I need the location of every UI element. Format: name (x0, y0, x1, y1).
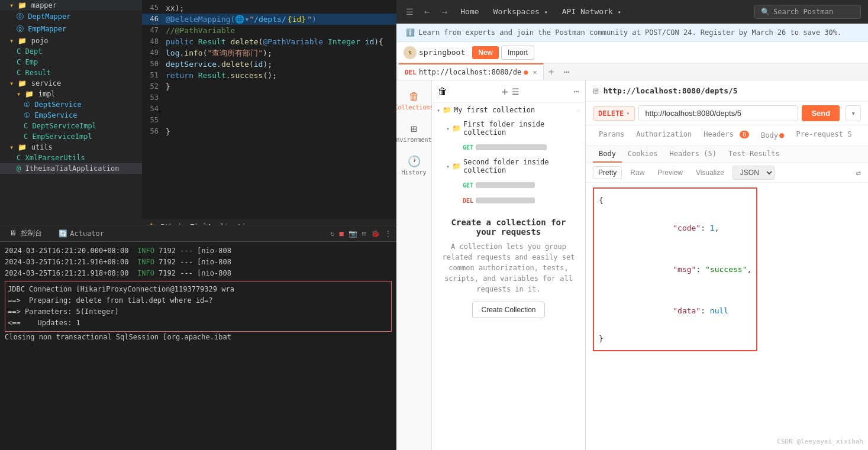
tab-headers[interactable]: Headers 8 (698, 125, 755, 145)
tree-item-utils[interactable]: ▾ 📁 utils (0, 142, 142, 153)
api-network-menu-item[interactable]: API Network ▾ (557, 5, 626, 18)
json-data-line: "data": null (599, 290, 751, 332)
tab-add-button[interactable]: + (544, 64, 559, 80)
tree-item-empservice[interactable]: ① EmpService (0, 110, 142, 121)
request-item-1[interactable]: GET (458, 140, 585, 155)
request-response-area: ⊞ http://localhost:8080/depts/5 DELETE ▾… (586, 80, 868, 450)
send-dropdown-button[interactable]: ▾ (846, 105, 861, 121)
tab-dot: ● (524, 68, 528, 76)
tree-item-deptserviceimpl[interactable]: C DeptServiceImpl (0, 121, 142, 131)
terminal-icon-camera[interactable]: 📷 (349, 229, 357, 238)
format-select[interactable]: JSON XML Text (733, 166, 775, 180)
sidebar-collections-btn[interactable]: 🗑 Collections (399, 85, 429, 115)
folder-chevron-icon-2: ▾ (446, 163, 450, 170)
tree-item-impl[interactable]: ▾ 📁 impl (0, 89, 142, 99)
collections-trash-icon: 🗑 (438, 86, 447, 97)
hamburger-icon[interactable]: ☰ (404, 5, 416, 19)
sidebar-environments-btn[interactable]: ⊞ Environments (399, 118, 429, 148)
preview-button[interactable]: Preview (653, 167, 688, 179)
new-button[interactable]: New (472, 46, 499, 59)
forward-button[interactable]: → (438, 5, 451, 18)
response-body: { "code": 1, "msg": "success", "data": n… (586, 183, 868, 450)
tree-item-result[interactable]: C Result (0, 67, 142, 78)
tree-item-service[interactable]: ▾ 📁 service (0, 78, 142, 89)
code-line-55: 55 (142, 115, 396, 126)
url-input[interactable] (638, 105, 798, 121)
more-tabs-button[interactable]: ⋯ (563, 66, 569, 77)
request-item-2[interactable]: GET (458, 177, 585, 193)
raw-button[interactable]: Raw (625, 167, 649, 179)
terminal-icon-bug[interactable]: 🐞 (371, 229, 380, 238)
log-parameters: ==> Parameters: 5(Integer) (8, 306, 389, 318)
tab-authorization[interactable]: Authorization (630, 125, 698, 145)
code-line-52: 52 } (142, 81, 396, 92)
tree-item-empmapper[interactable]: ⓪ EmpMapper (0, 23, 142, 35)
send-button[interactable]: Send (802, 105, 840, 121)
terminal-icon-refresh[interactable]: ↻ (330, 229, 334, 238)
method-chevron-icon: ▾ (626, 110, 630, 116)
create-collection-button[interactable]: Create Collection (472, 302, 544, 318)
resp-tab-body[interactable]: Body (593, 146, 622, 163)
terminal-icon-more[interactable]: ⋮ (385, 229, 392, 238)
collection-star-icon[interactable]: ☆ (576, 106, 580, 114)
collections-panel: 🗑 + ☰ ⋯ ▾ 📁 My first collection ☆ ▾ 📁 (432, 80, 586, 450)
collection-row[interactable]: ▾ 📁 My first collection ☆ (432, 103, 585, 117)
collections-options-btn[interactable]: ☰ (512, 87, 519, 96)
pretty-button[interactable]: Pretty (593, 166, 622, 179)
postman-main: 🗑 Collections ⊞ Environments 🕐 History 🗑… (396, 80, 868, 450)
watermark: CSDN @leeyayai_xixihah (777, 438, 863, 445)
collections-header: 🗑 + ☰ ⋯ (432, 80, 585, 103)
workspaces-menu-item[interactable]: Workspaces ▾ (489, 5, 553, 18)
terminal-tab-actuator[interactable]: 🔄 Actuator (54, 227, 109, 240)
resp-tab-test-results[interactable]: Test Results (722, 146, 786, 163)
tab-body[interactable]: Body● (755, 125, 790, 145)
tree-item-mapper[interactable]: ▾ 📁 mapper (0, 0, 142, 11)
get-method-label-2: GET (463, 182, 473, 189)
url-display-text: http://localhost:8080/depts/5 (604, 86, 738, 95)
file-tree: ▾ 📁 mapper ⓪ DeptMapper ⓪ EmpMapper ▾ 📁 … (0, 0, 142, 225)
postman-search[interactable]: 🔍 Search Postman (754, 5, 861, 19)
folder-second: ▾ 📁 Second folder inside collection GET … (432, 155, 585, 208)
resp-tab-cookies[interactable]: Cookies (622, 146, 664, 163)
request-name-blur-3 (476, 198, 535, 203)
folder-first-row[interactable]: ▾ 📁 First folder inside collection (441, 117, 585, 140)
sidebar-history-btn[interactable]: 🕐 History (399, 150, 429, 180)
tree-item-application[interactable]: @ ItheimaTialApplication (0, 163, 142, 174)
tab-prerequest[interactable]: Pre-request S (790, 125, 857, 145)
tree-item-emp[interactable]: C Emp (0, 57, 142, 67)
wrap-icon[interactable]: ⇌ (856, 168, 861, 177)
folder-chevron-icon: ▾ (446, 125, 450, 132)
request-item-3[interactable]: DEL (458, 193, 585, 208)
folder-first: ▾ 📁 First folder inside collection GET (432, 117, 585, 155)
collection-my-first: ▾ 📁 My first collection ☆ ▾ 📁 First fold… (432, 103, 585, 208)
tree-item-deptmapper[interactable]: ⓪ DeptMapper (0, 11, 142, 23)
tree-item-empserviceimpl[interactable]: C EmpServiceImpl (0, 131, 142, 142)
log-line-3: 2024-03-25T16:21:21.918+08:00 INFO 7192 … (5, 268, 392, 279)
back-button[interactable]: ← (421, 5, 434, 18)
import-button[interactable]: Import (501, 46, 534, 60)
folder-second-row[interactable]: ▾ 📁 Second folder inside collection (441, 155, 585, 177)
tree-item-xmlparserutils[interactable]: C XmlParserUtils (0, 153, 142, 163)
postman-tab-bar: DEL http://localhost:8080/de ● ✕ + ⋯ (396, 63, 868, 80)
folder-first-requests: GET (441, 140, 585, 155)
folder-first-name: First folder inside collection (463, 120, 580, 137)
terminal-tab-console[interactable]: 🖥 控制台 (5, 226, 47, 241)
visualize-button[interactable]: Visualize (691, 167, 729, 179)
active-request-tab[interactable]: DEL http://localhost:8080/de ● ✕ (399, 63, 544, 80)
api-network-chevron-icon: ▾ (618, 9, 621, 15)
request-tabs: Params Authorization Headers 8 Body● Pre… (586, 125, 868, 146)
folder-second-name: Second folder inside collection (463, 158, 580, 174)
terminal-icon-layout[interactable]: ⊞ (362, 229, 366, 238)
terminal-icon-stop[interactable]: ■ (340, 229, 344, 238)
tab-params[interactable]: Params (593, 125, 630, 145)
tree-item-pojo[interactable]: ▾ 📁 pojo (0, 35, 142, 46)
resp-tab-headers[interactable]: Headers (5) (663, 146, 722, 163)
collections-more-icon[interactable]: ⋯ (573, 86, 579, 97)
method-url-row: DELETE ▾ Send ▾ (586, 102, 868, 125)
home-menu-item[interactable]: Home (456, 5, 483, 18)
collections-add-btn[interactable]: + (502, 85, 508, 98)
tree-item-deptservice[interactable]: ① DeptService (0, 99, 142, 110)
method-select[interactable]: DELETE ▾ (593, 106, 635, 121)
tab-close-icon[interactable]: ✕ (533, 68, 537, 76)
tree-item-dept[interactable]: C Dept (0, 46, 142, 57)
